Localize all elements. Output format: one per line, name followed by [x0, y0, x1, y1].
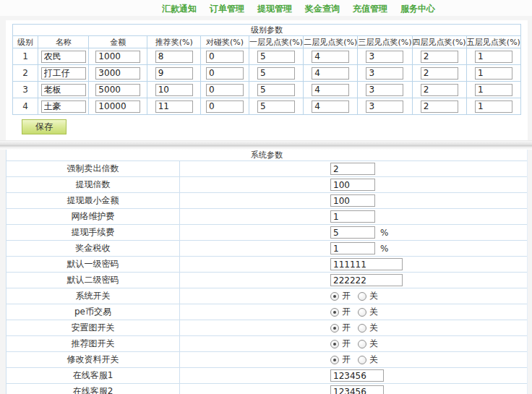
radio-off[interactable]: [358, 340, 366, 348]
layer5-award-input[interactable]: [475, 100, 512, 113]
radio-off[interactable]: [358, 308, 366, 317]
nav-item-6[interactable]: 服务中心: [400, 4, 435, 14]
pairing-award-input[interactable]: [206, 67, 244, 80]
level-input-cell: [249, 48, 303, 65]
system-row-label: 提现手续费: [7, 225, 180, 240]
layer4-award-input[interactable]: [421, 84, 458, 96]
level-input-cell: [412, 48, 466, 65]
radio-label-off: 关: [369, 290, 378, 302]
referral-award-input[interactable]: [155, 84, 193, 96]
radio-on[interactable]: [330, 324, 339, 333]
system-value-input[interactable]: [330, 210, 375, 223]
save-button[interactable]: 保存: [22, 119, 66, 134]
layer5-award-input[interactable]: [475, 84, 512, 96]
pairing-award-input[interactable]: [206, 51, 244, 63]
level-cell: 4: [13, 98, 38, 115]
layer2-award-input[interactable]: [312, 100, 349, 113]
layer3-award-input[interactable]: [366, 67, 403, 80]
system-row-value: 开关: [180, 290, 527, 302]
level-input-cell: [38, 65, 89, 82]
radio-on[interactable]: [330, 340, 339, 348]
radio-off[interactable]: [358, 324, 366, 333]
system-row-label: 在线客服1: [7, 368, 180, 383]
layer3-award-input[interactable]: [366, 84, 403, 96]
system-value-input[interactable]: [330, 242, 375, 254]
level-input-cell: [249, 65, 303, 82]
system-row-value: [180, 369, 527, 382]
layer2-award-input[interactable]: [312, 67, 349, 80]
referral-award-input[interactable]: [155, 51, 193, 63]
name-input[interactable]: [41, 51, 86, 63]
name-input[interactable]: [41, 67, 86, 80]
level-input-cell: [466, 98, 520, 115]
system-value-input[interactable]: [330, 385, 384, 394]
layer4-award-input[interactable]: [421, 67, 458, 80]
nav-item-1[interactable]: 汇款通知: [162, 4, 197, 14]
system-value-input[interactable]: [330, 179, 375, 191]
system-row-label: 修改资料开关: [7, 352, 180, 367]
level-col-header-8: 三层见点奖(%): [358, 36, 412, 48]
layer1-award-input[interactable]: [257, 84, 295, 96]
system-value-input[interactable]: [330, 163, 375, 175]
amount-input[interactable]: [95, 100, 140, 113]
level-input-cell: [89, 82, 147, 98]
level-input-cell: [147, 48, 201, 65]
system-row-value: 开关: [180, 322, 527, 334]
name-input[interactable]: [41, 100, 86, 113]
name-input[interactable]: [41, 84, 86, 96]
nav-item-3[interactable]: 提现管理: [257, 4, 292, 14]
system-value-input[interactable]: [330, 369, 384, 382]
level-input-cell: [38, 82, 89, 98]
level-input-cell: [304, 98, 358, 115]
radio-off[interactable]: [358, 356, 366, 364]
section-divider: [0, 140, 532, 150]
system-value-input[interactable]: [330, 194, 375, 207]
amount-input[interactable]: [95, 67, 140, 80]
nav-item-5[interactable]: 充值管理: [353, 4, 387, 14]
layer1-award-input[interactable]: [257, 67, 295, 80]
system-row-label: 默认二级密码: [7, 273, 180, 288]
layer2-award-input[interactable]: [312, 84, 349, 96]
referral-award-input[interactable]: [155, 100, 193, 113]
layer2-award-input[interactable]: [312, 51, 349, 63]
pairing-award-input[interactable]: [206, 84, 244, 96]
system-value-input[interactable]: [330, 226, 375, 239]
layer5-award-input[interactable]: [475, 51, 512, 63]
radio-label-on: 开: [342, 338, 351, 350]
radio-on[interactable]: [330, 308, 339, 317]
level-table-title: 级别参数: [13, 25, 521, 36]
level-input-cell: [147, 65, 201, 82]
referral-award-input[interactable]: [155, 67, 193, 80]
level-input-cell: [358, 48, 412, 65]
layer3-award-input[interactable]: [366, 51, 403, 63]
level-cell: 1: [13, 48, 38, 65]
layer3-award-input[interactable]: [366, 100, 403, 113]
system-row-label: 提现最小金额: [7, 193, 180, 208]
system-row-11: 安置图开关开关: [7, 320, 527, 336]
layer1-award-input[interactable]: [257, 51, 295, 63]
nav-item-4[interactable]: 奖金查询: [305, 4, 340, 14]
system-value-input[interactable]: [330, 274, 403, 286]
nav-item-2[interactable]: 订单管理: [210, 4, 244, 14]
system-row-label: 系统开关: [7, 288, 180, 304]
layer4-award-input[interactable]: [421, 100, 458, 113]
level-input-cell: [147, 82, 201, 98]
radio-label-on: 开: [342, 306, 351, 318]
layer1-award-input[interactable]: [257, 100, 295, 113]
amount-input[interactable]: [95, 51, 140, 63]
system-params-panel: 系统参数 强制卖出倍数提现倍数提现最小金额网络维护费提现手续费%奖金税收%默认一…: [6, 150, 528, 394]
amount-input[interactable]: [95, 84, 140, 96]
system-value-input[interactable]: [330, 258, 403, 270]
radio-on[interactable]: [330, 292, 339, 301]
save-bar: 保存: [12, 119, 521, 134]
radio-off[interactable]: [358, 292, 366, 301]
level-col-header-7: 二层见点奖(%): [304, 36, 358, 48]
system-row-value: [180, 258, 527, 270]
level-cell: 3: [13, 82, 38, 98]
layer4-award-input[interactable]: [421, 51, 458, 63]
layer5-award-input[interactable]: [475, 67, 512, 80]
radio-label-off: 关: [369, 354, 378, 366]
radio-label-on: 开: [342, 322, 351, 334]
radio-on[interactable]: [330, 356, 339, 364]
pairing-award-input[interactable]: [206, 100, 244, 113]
